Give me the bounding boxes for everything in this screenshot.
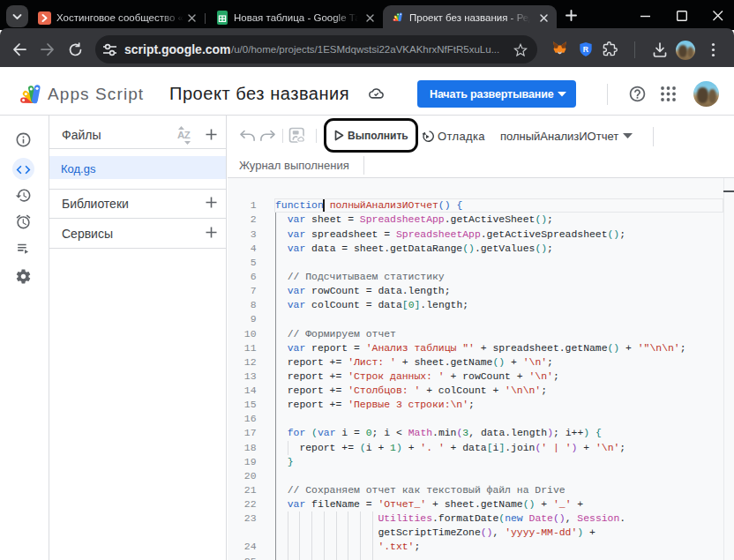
svg-text:R: R [583, 45, 589, 54]
